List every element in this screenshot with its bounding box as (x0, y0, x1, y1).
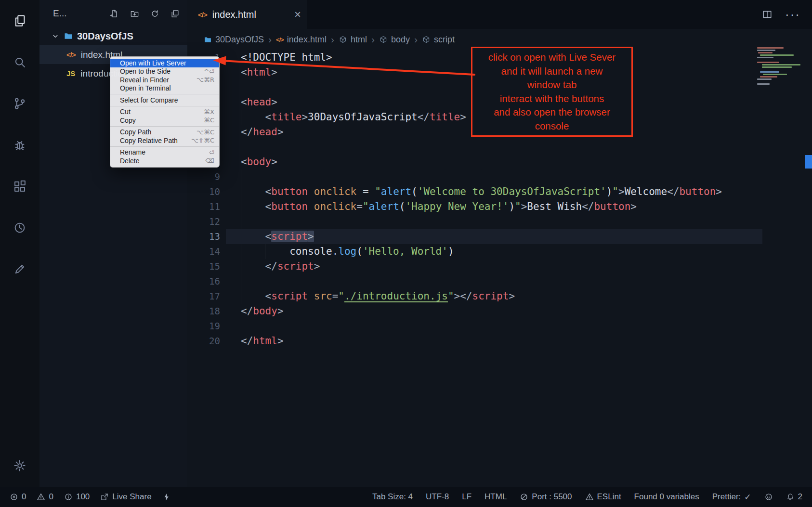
code-line-7[interactable]: 7 (187, 140, 812, 155)
code-text: </head> (220, 125, 284, 140)
menu-item-reveal-in-finder[interactable]: Reveal in Finder⌥⌘R (110, 76, 219, 84)
menu-item-select-for-compare[interactable]: Select for Compare (110, 96, 219, 104)
code-line-14[interactable]: 14 console.log('Hello, World') (187, 244, 812, 259)
menu-item-copy-relative-path[interactable]: Copy Relative Path⌥⇧⌘C (110, 136, 219, 145)
code-text: </html> (220, 334, 284, 349)
code-text: <title>30DaysOfJavaScript</title> (220, 110, 466, 125)
breadcrumb-item-script[interactable]: script (422, 35, 455, 45)
code-line-11[interactable]: 11 <button onclick="alert('Happy New Yea… (187, 199, 812, 214)
menu-item-copy-path[interactable]: Copy Path⌥⌘C (110, 128, 219, 137)
menu-item-label: Open with Live Server (120, 59, 186, 67)
extensions-icon[interactable] (0, 166, 39, 207)
port-icon (520, 493, 528, 501)
refresh-explorer-icon[interactable] (150, 9, 159, 18)
symbol-cube-icon (339, 35, 347, 44)
js-file-icon: JS (66, 69, 75, 78)
breadcrumb-item-body[interactable]: body (379, 35, 410, 45)
html-file-icon: </> (198, 11, 207, 19)
folder-root-row[interactable]: 30DaysOfJS (39, 27, 187, 45)
feedback-smiley-status[interactable] (764, 493, 773, 501)
search-icon[interactable] (0, 41, 39, 83)
annotation-box: click on open with Live Severand it will… (471, 47, 633, 137)
status-text: ESLint (597, 492, 621, 502)
live-server-port-status[interactable]: Port : 5500 (520, 492, 572, 502)
code-line-13[interactable]: 13 <script> (187, 229, 812, 244)
new-folder-icon[interactable] (130, 9, 139, 18)
breadcrumb-item-index-html[interactable]: </>index.html (276, 35, 327, 45)
code-line-19[interactable]: 19 (187, 319, 812, 334)
end-of-line-status[interactable]: LF (462, 492, 471, 502)
line-number: 9 (187, 169, 220, 184)
tab-bar: </> index.html × ··· (187, 0, 812, 29)
tab-size-status[interactable]: Tab Size: 4 (372, 492, 413, 502)
split-editor-icon[interactable] (762, 9, 773, 20)
quick-run-status[interactable] (162, 493, 171, 501)
status-text: Live Share (112, 492, 151, 502)
found-variables-status[interactable]: Found 0 variables (634, 492, 699, 502)
menu-item-label: Copy Relative Path (120, 137, 178, 144)
status-text: 100 (76, 492, 90, 502)
more-actions-icon[interactable]: ··· (785, 7, 800, 22)
status-text: Port : 5500 (532, 492, 572, 502)
breadcrumb-separator: › (414, 34, 418, 45)
breadcrumb-item-30daysofjs[interactable]: 30DaysOfJS (204, 35, 264, 45)
menu-item-label: Copy (120, 117, 136, 124)
minimap[interactable] (757, 47, 805, 86)
menu-item-open-in-terminal[interactable]: Open in Terminal (110, 84, 219, 93)
status-text: LF (462, 492, 471, 502)
warnings-status[interactable]: 0 (37, 492, 53, 502)
code-text (220, 140, 241, 155)
code-line-18[interactable]: 18</body> (187, 304, 812, 319)
warning-icon (37, 493, 45, 501)
eslint-status[interactable]: ESLint (585, 492, 621, 502)
menu-item-open-with-live-server[interactable]: Open with Live Server (110, 59, 219, 67)
code-line-17[interactable]: 17 <script src="./introduction.js"></scr… (187, 289, 812, 304)
explorer-icon[interactable] (0, 0, 39, 41)
prettier-status[interactable]: Prettier:✓ (712, 492, 751, 502)
code-line-16[interactable]: 16 (187, 274, 812, 289)
menu-item-delete[interactable]: Delete⌫ (110, 156, 219, 165)
source-control-icon[interactable] (0, 83, 39, 124)
menu-separator (110, 94, 219, 94)
menu-item-open-to-the-side[interactable]: Open to the Side^⏎ (110, 67, 219, 76)
menu-item-label: Delete (120, 157, 139, 165)
errors-status[interactable]: 0 (10, 492, 26, 502)
run-and-debug-icon[interactable] (0, 124, 39, 166)
scrollbar-decoration[interactable] (805, 155, 812, 169)
bell-icon (786, 493, 795, 501)
live-share-status[interactable]: Live Share (100, 492, 151, 502)
explorer-header: E... (39, 0, 187, 27)
menu-item-copy[interactable]: Copy⌘C (110, 116, 219, 125)
collapse-folders-icon[interactable] (170, 9, 180, 18)
code-line-15[interactable]: 15 </script> (187, 259, 812, 274)
code-text (220, 169, 241, 184)
breadcrumb-item-html[interactable]: html (339, 35, 367, 45)
menu-item-cut[interactable]: Cut⌘X (110, 108, 219, 117)
html-file-icon: </> (66, 51, 76, 59)
info-count-status[interactable]: 100 (64, 492, 90, 502)
code-text (220, 319, 241, 334)
feedback-icon[interactable] (0, 248, 39, 290)
code-text (220, 80, 241, 95)
breadcrumb-separator: › (268, 34, 272, 45)
encoding-status[interactable]: UTF-8 (426, 492, 449, 502)
menu-shortcut: ^⏎ (204, 68, 214, 75)
line-number: 17 (187, 289, 220, 304)
line-number: 18 (187, 304, 220, 319)
menu-item-label: Open in Terminal (120, 84, 171, 92)
code-line-8[interactable]: 8<body> (187, 155, 812, 169)
menu-item-rename[interactable]: Rename⏎ (110, 148, 219, 157)
code-line-10[interactable]: 10 <button onclick = "alert('Welcome to … (187, 184, 812, 199)
notifications-status[interactable]: 2 (786, 492, 802, 502)
close-tab-icon[interactable]: × (294, 9, 301, 20)
settings-icon[interactable] (0, 450, 39, 481)
code-line-9[interactable]: 9 (187, 169, 812, 184)
tab-index-html[interactable]: </> index.html × (187, 0, 307, 29)
code-line-20[interactable]: 20</html> (187, 334, 812, 349)
activity-bar (0, 0, 39, 487)
new-file-icon[interactable] (110, 9, 119, 18)
code-line-12[interactable]: 12 (187, 214, 812, 229)
language-mode-status[interactable]: HTML (485, 492, 507, 502)
chevron-down-icon (51, 32, 60, 40)
history-icon[interactable] (0, 207, 39, 248)
